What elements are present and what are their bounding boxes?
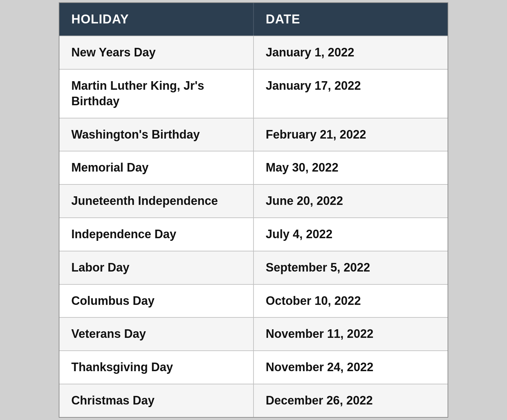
header-date: DATE xyxy=(254,3,448,36)
holiday-name-cell: Columbus Day xyxy=(59,285,254,317)
header-holiday: HOLIDAY xyxy=(59,3,254,36)
table-row: Columbus DayOctober 10, 2022 xyxy=(59,284,448,317)
holiday-date-cell: December 26, 2022 xyxy=(254,384,448,417)
holiday-date-cell: October 10, 2022 xyxy=(254,285,448,317)
holiday-name-cell: Memorial Day xyxy=(59,151,254,184)
table-row: Christmas DayDecember 26, 2022 xyxy=(59,384,448,417)
holiday-date-cell: January 1, 2022 xyxy=(254,36,448,69)
holiday-date-cell: September 5, 2022 xyxy=(254,251,448,284)
holiday-date-cell: November 11, 2022 xyxy=(254,318,448,350)
table-row: Washington's BirthdayFebruary 21, 2022 xyxy=(59,118,448,151)
holiday-name-cell: Martin Luther King, Jr's Birthday xyxy=(59,70,254,118)
holiday-date-cell: November 24, 2022 xyxy=(254,351,448,384)
table-row: New Years DayJanuary 1, 2022 xyxy=(59,36,448,69)
holiday-name-cell: Thanksgiving Day xyxy=(59,351,254,384)
holiday-name-cell: Veterans Day xyxy=(59,318,254,350)
holidays-table: HOLIDAY DATE New Years DayJanuary 1, 202… xyxy=(59,2,448,418)
holiday-date-cell: July 4, 2022 xyxy=(254,218,448,251)
table-row: Martin Luther King, Jr's BirthdayJanuary… xyxy=(59,69,448,118)
holiday-name-cell: Labor Day xyxy=(59,251,254,284)
holiday-date-cell: May 30, 2022 xyxy=(254,151,448,184)
holiday-date-cell: January 17, 2022 xyxy=(254,70,448,118)
holiday-name-cell: Independence Day xyxy=(59,218,254,251)
table-row: Labor DaySeptember 5, 2022 xyxy=(59,251,448,284)
table-body: New Years DayJanuary 1, 2022Martin Luthe… xyxy=(59,36,448,417)
holiday-name-cell: Christmas Day xyxy=(59,384,254,417)
table-row: Thanksgiving DayNovember 24, 2022 xyxy=(59,350,448,384)
table-row: Memorial DayMay 30, 2022 xyxy=(59,151,448,184)
holiday-name-cell: Juneteenth Independence xyxy=(59,185,254,217)
table-row: Veterans DayNovember 11, 2022 xyxy=(59,317,448,350)
holiday-name-cell: Washington's Birthday xyxy=(59,118,254,151)
holiday-date-cell: June 20, 2022 xyxy=(254,185,448,217)
table-row: Independence DayJuly 4, 2022 xyxy=(59,217,448,251)
holiday-date-cell: February 21, 2022 xyxy=(254,118,448,151)
table-header: HOLIDAY DATE xyxy=(59,3,448,36)
table-row: Juneteenth IndependenceJune 20, 2022 xyxy=(59,184,448,217)
holiday-name-cell: New Years Day xyxy=(59,36,254,69)
